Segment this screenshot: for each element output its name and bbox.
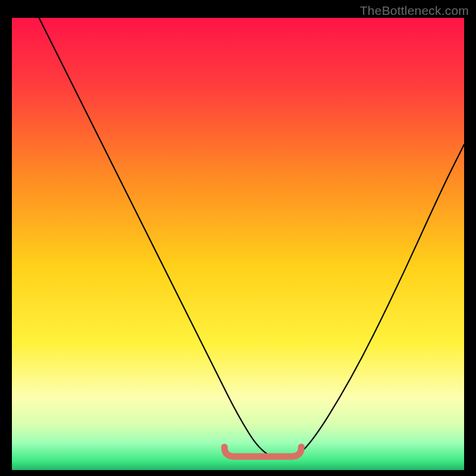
chart-frame xyxy=(12,18,464,470)
chart-background xyxy=(12,18,464,470)
chart-svg xyxy=(12,18,464,470)
watermark-text: TheBottleneck.com xyxy=(360,4,469,18)
